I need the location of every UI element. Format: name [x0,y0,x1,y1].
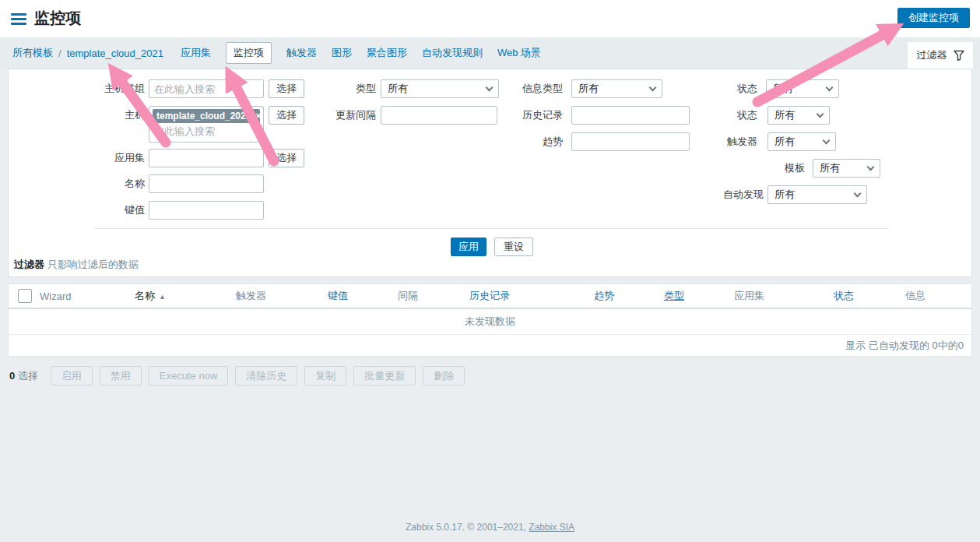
application-input[interactable] [149,149,264,167]
tab-graphs[interactable]: 图形 [332,46,352,60]
chip-label: template_cloud_2021 [156,111,251,121]
filter-panel: 主机群组 选择 主机 template_cloud_2021 × 在此输入搜索 … [8,69,972,277]
apply-button[interactable]: 应用 [451,238,486,256]
history-label: 历史记录 [446,106,563,125]
host-search-placeholder: 在此输入搜索 [153,125,260,138]
key-label: 键值 [32,201,145,220]
tab-screens[interactable]: 聚合图形 [367,46,407,60]
bulk-actions: 0 选择 启用 禁用 Execute now 清除历史 复制 批量更新 删除 [9,366,472,385]
name-input[interactable] [149,174,264,193]
filter-tab[interactable]: 过滤器 [908,42,973,69]
column-name[interactable]: 名称▲ [135,289,236,303]
footer-link[interactable]: Zabbix SIA [529,522,574,533]
chevron-down-icon [817,110,824,118]
disable-button[interactable]: 禁用 [100,366,142,385]
host-label: 主机 [32,106,145,125]
filter-tab-label: 过滤器 [917,48,947,62]
filter-divider [94,228,888,229]
enable-button[interactable]: 启用 [51,366,93,385]
trends-label: 趋势 [446,132,563,151]
status-select[interactable]: 所有 [767,106,830,125]
triggers-select[interactable]: 所有 [767,132,836,151]
chevron-down-icon [823,136,831,144]
application-label: 应用集 [32,149,145,167]
name-label: 名称 [32,174,145,193]
chevron-down-icon [854,189,862,197]
status-label: 状态 [641,106,757,125]
breadcrumb-all-templates[interactable]: 所有模板 [12,46,53,60]
column-interval: 间隔 [398,289,469,303]
clear-history-button[interactable]: 清除历史 [235,366,297,385]
funnel-icon [954,50,964,61]
column-applications: 应用集 [734,289,834,303]
select-all-checkbox[interactable] [18,289,32,303]
host-multiselect[interactable]: template_cloud_2021 × 在此输入搜索 [149,106,264,143]
copy-button[interactable]: 复制 [304,366,346,385]
page-title: 监控项 [34,8,81,29]
delete-button[interactable]: 删除 [423,366,465,385]
tab-triggers[interactable]: 触发器 [286,46,317,60]
mass-update-button[interactable]: 批量更新 [353,366,416,385]
type-label: 类型 [267,79,376,98]
section-tabs: 应用集 监控项 触发器 图形 聚合图形 自动发现规则 Web 场景 [181,42,541,64]
triggers-label: 触发器 [641,132,757,151]
column-info: 信息 [905,289,971,303]
column-key[interactable]: 键值 [328,289,398,303]
select-all-cell [9,289,40,303]
tab-applications[interactable]: 应用集 [181,46,211,60]
state-select[interactable]: 所有 [766,79,839,98]
page-footer: Zabbix 5.0.17. © 2001–2021, Zabbix SIA [0,522,980,533]
footer-text: Zabbix 5.0.17. © 2001–2021, [406,522,526,533]
execute-now-button[interactable]: Execute now [149,366,228,385]
template-select[interactable]: 所有 [813,159,880,178]
discovery-select[interactable]: 所有 [767,185,867,204]
filter-note: 过滤器 只影响过滤后的数据 [14,258,139,272]
chip-remove-icon[interactable]: × [255,111,261,121]
sort-asc-icon: ▲ [159,293,166,301]
column-type[interactable]: 类型 [664,289,734,303]
update-interval-label: 更新间隔 [267,106,376,125]
chevron-down-icon [867,163,875,171]
column-triggers: 触发器 [236,289,328,303]
chevron-down-icon [826,83,834,91]
column-history[interactable]: 历史记录 [469,289,594,303]
table-header-row: Wizard 名称▲ 触发器 键值 间隔 历史记录 趋势 类型 应用集 状态 信… [9,284,971,309]
tab-web-scenarios[interactable]: Web 场景 [497,46,541,60]
tab-items[interactable]: 监控项 [226,42,272,64]
key-input[interactable] [149,201,264,220]
state-label: 状态 [641,79,757,98]
empty-message: 未发现数据 [9,309,971,335]
breadcrumb-separator: / [58,48,61,59]
nav-bar: 所有模板 / template_cloud_2021 应用集 监控项 触发器 图… [0,37,980,69]
discovered-count: 显示 已自动发现的 0中的0 [9,335,971,356]
application-select-button[interactable]: 选择 [269,149,304,167]
tab-discovery-rules[interactable]: 自动发现规则 [422,46,483,60]
host-group-label: 主机群组 [32,79,145,98]
column-status[interactable]: 状态 [834,289,905,303]
top-bar: 监控项 创建监控项 [0,0,980,37]
column-wizard: Wizard [40,290,135,302]
items-table: Wizard 名称▲ 触发器 键值 间隔 历史记录 趋势 类型 应用集 状态 信… [8,283,972,357]
menu-icon[interactable] [11,13,26,25]
breadcrumb-template-link[interactable]: template_cloud_2021 [67,48,163,59]
discovery-label: 自动发现 [647,185,764,204]
zabbix-items-page: 监控项 创建监控项 所有模板 / template_cloud_2021 应用集… [0,0,980,542]
template-label: 模板 [688,159,805,178]
selected-count: 0 选择 [9,369,38,383]
column-trends[interactable]: 趋势 [594,289,664,303]
host-group-search-input[interactable] [149,79,264,98]
reset-button[interactable]: 重设 [494,238,533,256]
info-type-label: 信息类型 [446,79,563,98]
create-item-button[interactable]: 创建监控项 [897,8,970,28]
host-template-chip: template_cloud_2021 × [153,109,260,123]
